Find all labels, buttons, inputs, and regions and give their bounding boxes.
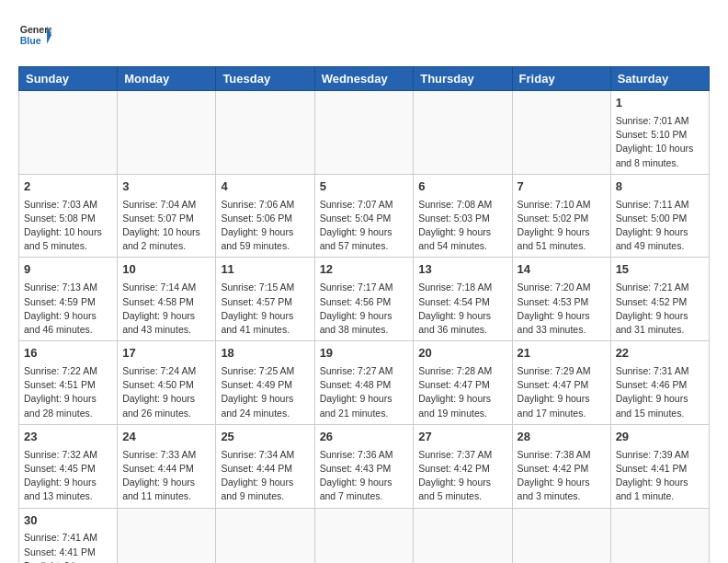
day-number: 1 <box>616 95 704 112</box>
cell-info: Sunset: 4:59 PM <box>24 295 112 309</box>
cell-info: Sunset: 5:03 PM <box>418 212 506 225</box>
cell-info: and 38 minutes. <box>320 323 409 337</box>
page-header: General Blue <box>18 18 710 52</box>
calendar-cell: 20Sunrise: 7:28 AMSunset: 4:47 PMDayligh… <box>414 341 512 425</box>
cell-info: Sunset: 5:08 PM <box>24 212 112 225</box>
cell-info: Sunset: 4:42 PM <box>518 462 606 476</box>
cell-info: Daylight: 9 hours <box>518 392 606 406</box>
day-number: 8 <box>616 178 704 196</box>
calendar-cell <box>118 508 216 563</box>
calendar-cell <box>118 91 216 175</box>
day-number: 16 <box>24 345 112 362</box>
cell-info: Daylight: 9 hours <box>221 309 309 323</box>
calendar-cell: 22Sunrise: 7:31 AMSunset: 4:46 PMDayligh… <box>610 341 709 425</box>
cell-info: Sunset: 5:04 PM <box>320 212 409 225</box>
cell-info: Sunrise: 7:15 AM <box>221 281 309 294</box>
cell-info: Sunset: 4:57 PM <box>221 295 309 309</box>
svg-text:Blue: Blue <box>20 35 41 46</box>
cell-info: Daylight: 9 hours <box>320 392 409 406</box>
cell-info: Sunset: 4:48 PM <box>320 378 409 392</box>
calendar-cell: 17Sunrise: 7:24 AMSunset: 4:50 PMDayligh… <box>118 341 216 425</box>
calendar-cell <box>314 91 414 175</box>
cell-info: and 41 minutes. <box>221 323 309 337</box>
cell-info: Sunset: 5:06 PM <box>221 212 309 225</box>
day-number: 5 <box>320 178 409 196</box>
day-number: 9 <box>24 261 112 279</box>
cell-info: Sunrise: 7:34 AM <box>221 448 309 462</box>
calendar-cell: 27Sunrise: 7:37 AMSunset: 4:42 PMDayligh… <box>414 424 512 508</box>
day-number: 14 <box>518 261 606 279</box>
cell-info: Sunrise: 7:03 AM <box>24 198 112 212</box>
cell-info: Daylight: 9 hours <box>418 225 506 239</box>
cell-info: Sunrise: 7:20 AM <box>518 281 606 294</box>
calendar-cell: 9Sunrise: 7:13 AMSunset: 4:59 PMDaylight… <box>19 258 118 341</box>
cell-info: and 33 minutes. <box>518 323 606 337</box>
cell-info: Daylight: 9 hours <box>221 392 309 406</box>
calendar-cell: 19Sunrise: 7:27 AMSunset: 4:48 PMDayligh… <box>314 341 414 425</box>
cell-info: Daylight: 10 hours <box>122 225 210 239</box>
day-number: 2 <box>24 178 112 196</box>
calendar-cell: 1Sunrise: 7:01 AMSunset: 5:10 PMDaylight… <box>610 91 709 175</box>
cell-info: and 57 minutes. <box>320 239 409 253</box>
cell-info: Sunrise: 7:08 AM <box>418 198 506 212</box>
calendar-cell: 2Sunrise: 7:03 AMSunset: 5:08 PMDaylight… <box>19 174 118 258</box>
cell-info: and 21 minutes. <box>320 407 409 420</box>
cell-info: Sunrise: 7:25 AM <box>221 364 309 378</box>
cell-info: Sunset: 4:44 PM <box>221 462 309 476</box>
cell-info: and 5 minutes. <box>418 489 506 503</box>
weekday-header-monday: Monday <box>118 67 216 91</box>
weekday-header-tuesday: Tuesday <box>216 67 314 91</box>
cell-info: Sunrise: 7:32 AM <box>24 448 112 462</box>
cell-info: and 19 minutes. <box>418 407 506 420</box>
day-number: 26 <box>320 429 409 446</box>
day-number: 21 <box>518 345 606 362</box>
cell-info: Sunrise: 7:39 AM <box>616 448 704 462</box>
cell-info: and 24 minutes. <box>221 407 309 420</box>
day-number: 29 <box>616 429 704 446</box>
calendar-cell: 23Sunrise: 7:32 AMSunset: 4:45 PMDayligh… <box>19 424 118 508</box>
calendar-cell: 25Sunrise: 7:34 AMSunset: 4:44 PMDayligh… <box>216 424 314 508</box>
weekday-header-wednesday: Wednesday <box>314 67 414 91</box>
calendar-cell: 14Sunrise: 7:20 AMSunset: 4:53 PMDayligh… <box>512 258 610 341</box>
cell-info: Sunset: 4:42 PM <box>418 462 506 476</box>
cell-info: Daylight: 9 hours <box>24 559 112 563</box>
cell-info: and 51 minutes. <box>518 239 606 253</box>
calendar-cell: 6Sunrise: 7:08 AMSunset: 5:03 PMDaylight… <box>414 174 512 258</box>
calendar-cell: 21Sunrise: 7:29 AMSunset: 4:47 PMDayligh… <box>512 341 610 425</box>
cell-info: Sunrise: 7:21 AM <box>616 281 704 294</box>
calendar-cell: 15Sunrise: 7:21 AMSunset: 4:52 PMDayligh… <box>610 258 709 341</box>
cell-info: Sunrise: 7:18 AM <box>418 281 506 294</box>
calendar-cell: 29Sunrise: 7:39 AMSunset: 4:41 PMDayligh… <box>610 424 709 508</box>
calendar-cell: 8Sunrise: 7:11 AMSunset: 5:00 PMDaylight… <box>610 174 709 258</box>
cell-info: Sunrise: 7:22 AM <box>24 364 112 378</box>
cell-info: Sunrise: 7:37 AM <box>418 448 506 462</box>
cell-info: Sunset: 5:00 PM <box>616 212 704 225</box>
cell-info: Sunset: 4:41 PM <box>616 462 704 476</box>
cell-info: and 49 minutes. <box>616 239 704 253</box>
cell-info: Daylight: 9 hours <box>418 309 506 323</box>
cell-info: Sunrise: 7:33 AM <box>122 448 210 462</box>
cell-info: Daylight: 10 hours <box>24 225 112 239</box>
day-number: 23 <box>24 429 112 446</box>
cell-info: Sunrise: 7:14 AM <box>122 281 210 294</box>
cell-info: Daylight: 9 hours <box>221 476 309 489</box>
cell-info: Daylight: 9 hours <box>221 225 309 239</box>
calendar-cell <box>216 508 314 563</box>
day-number: 27 <box>418 429 506 446</box>
day-number: 12 <box>320 261 409 279</box>
cell-info: Sunrise: 7:04 AM <box>122 198 210 212</box>
day-number: 22 <box>616 345 704 362</box>
cell-info: Daylight: 9 hours <box>24 309 112 323</box>
cell-info: and 8 minutes. <box>616 156 704 170</box>
day-number: 13 <box>418 261 506 279</box>
cell-info: Sunrise: 7:11 AM <box>616 198 704 212</box>
weekday-header-thursday: Thursday <box>414 67 512 91</box>
cell-info: Daylight: 9 hours <box>320 225 409 239</box>
cell-info: Daylight: 9 hours <box>122 392 210 406</box>
cell-info: and 46 minutes. <box>24 323 112 337</box>
cell-info: Sunset: 4:46 PM <box>616 378 704 392</box>
cell-info: Daylight: 9 hours <box>122 309 210 323</box>
calendar-cell: 16Sunrise: 7:22 AMSunset: 4:51 PMDayligh… <box>19 341 118 425</box>
calendar-cell: 10Sunrise: 7:14 AMSunset: 4:58 PMDayligh… <box>118 258 216 341</box>
calendar-cell <box>314 508 414 563</box>
